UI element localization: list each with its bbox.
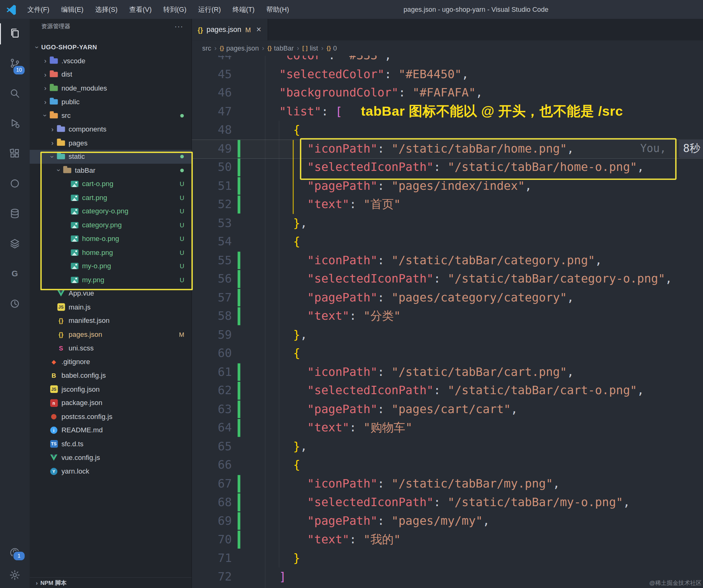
image-icon — [70, 262, 79, 271]
tree-file-manifest-json[interactable]: {}manifest.json — [29, 314, 191, 327]
activity-run-debug[interactable] — [0, 109, 29, 139]
menu-bar: 文件(F)编辑(E)选择(S)查看(V)转到(G)运行(R)终端(T)帮助(H) — [21, 0, 295, 19]
code-line-66[interactable]: 66 { — [191, 456, 703, 474]
tree-file-sfc-d-ts[interactable]: TSsfc.d.ts — [29, 437, 191, 451]
breadcrumb-item-list[interactable]: [ ]list — [302, 44, 318, 52]
tree-file-main-js[interactable]: JSmain.js — [29, 300, 191, 314]
tree-file-jsconfig-json[interactable]: JSjsconfig.json — [29, 382, 191, 396]
code-line-51[interactable]: 51 "pagePath": "pages/index/index", — [191, 176, 703, 195]
babel-icon: B — [49, 371, 58, 380]
breadcrumb-item-pages-json[interactable]: {}pages.json — [220, 44, 259, 52]
activity-remote[interactable] — [0, 169, 29, 199]
line-number: 47 — [191, 102, 232, 121]
tree-folder-tabbar[interactable]: ›tabBar — [29, 163, 191, 177]
code-line-57[interactable]: 57 "pagePath": "pages/category/category"… — [191, 288, 703, 307]
git-status-badge: U — [180, 194, 184, 201]
menu-item-1[interactable]: 编辑(E) — [55, 0, 89, 19]
code-line-62[interactable]: 62 "selectedIconPath": "/static/tabBar/c… — [191, 381, 703, 400]
tree-file-gitignore[interactable]: ◆.gitignore — [29, 355, 191, 369]
code-line-59[interactable]: 59 }, — [191, 325, 703, 344]
activity-extensions[interactable] — [0, 139, 29, 169]
tree-file-home-o-png[interactable]: home-o.pngU — [29, 232, 191, 246]
activity-explorer[interactable] — [0, 19, 29, 49]
code-line-67[interactable]: 67 "iconPath": "/static/tabBar/my.png", — [191, 474, 703, 493]
tree-file-category-o-png[interactable]: category-o.pngU — [29, 205, 191, 218]
tab-pages-json[interactable]: {} pages.json M × — [191, 19, 268, 40]
activity-source-control[interactable]: 10 — [0, 49, 29, 79]
code-line-65[interactable]: 65 }, — [191, 437, 703, 456]
code-line-69[interactable]: 69 "pagePath": "pages/my/my", — [191, 512, 703, 530]
tree-folder-components[interactable]: ›components — [29, 123, 191, 136]
breadcrumb-item-src[interactable]: src — [202, 44, 211, 52]
breadcrumb-label: src — [202, 44, 211, 52]
menu-item-2[interactable]: 选择(S) — [89, 0, 124, 19]
code-line-70[interactable]: 70 "text": "我的" — [191, 530, 703, 549]
code-line-44[interactable]: 44 "color": "#333", — [191, 56, 703, 65]
menu-item-4[interactable]: 转到(G) — [157, 0, 192, 19]
code-line-63[interactable]: 63 "pagePath": "pages/cart/cart", — [191, 400, 703, 418]
tree-folder-public[interactable]: ›public — [29, 95, 191, 109]
tree-file-cart-o-png[interactable]: cart-o.pngU — [29, 177, 191, 191]
tree-file-pages-json[interactable]: {}pages.jsonM — [29, 328, 191, 342]
breadcrumb-label: pages.json — [226, 44, 259, 52]
tree-folder-node-modules[interactable]: ›node_modules — [29, 82, 191, 95]
tree-file-yarn-lock[interactable]: Yyarn.lock — [29, 464, 191, 478]
search-icon — [9, 87, 21, 100]
activity-database[interactable] — [0, 199, 29, 229]
activity-account[interactable]: 1 — [0, 542, 29, 565]
code-line-60[interactable]: 60 { — [191, 344, 703, 363]
tree-file-category-png[interactable]: category.pngU — [29, 218, 191, 232]
close-icon[interactable]: × — [256, 25, 261, 35]
code-line-50[interactable]: 50 "selectedIconPath": "/static/tabBar/h… — [191, 158, 703, 176]
code-line-53[interactable]: 53 }, — [191, 214, 703, 232]
code-line-71[interactable]: 71 } — [191, 549, 703, 568]
code-line-55[interactable]: 55 "iconPath": "/static/tabBar/category.… — [191, 251, 703, 270]
tree-file-postcss-config-js[interactable]: postcss.config.js — [29, 410, 191, 423]
tree-file-babel-config-js[interactable]: Bbabel.config.js — [29, 369, 191, 382]
activity-gitlens[interactable]: G — [0, 259, 29, 289]
code-line-48[interactable]: 48 { — [191, 121, 703, 139]
tree-folder-static[interactable]: ›static — [29, 150, 191, 163]
activity-gear[interactable] — [0, 565, 29, 587]
tree-file-home-png[interactable]: home.pngU — [29, 246, 191, 259]
menu-item-3[interactable]: 查看(V) — [124, 0, 157, 19]
code-line-72[interactable]: 72 ] — [191, 568, 703, 586]
item-label: dist — [61, 70, 72, 78]
tree-folder-pages[interactable]: ›pages — [29, 136, 191, 150]
tree-file-my-png[interactable]: my.pngU — [29, 273, 191, 287]
tree-file-cart-png[interactable]: cart.pngU — [29, 191, 191, 204]
code-line-46[interactable]: 46 "backgroundColor": "#FAFAFA", — [191, 83, 703, 102]
activity-layers[interactable] — [0, 229, 29, 259]
code-line-54[interactable]: 54 { — [191, 232, 703, 251]
menu-item-5[interactable]: 运行(R) — [192, 0, 227, 19]
tree-folder-src[interactable]: ›src — [29, 109, 191, 123]
code-line-56[interactable]: 56 "selectedIconPath": "/static/tabBar/c… — [191, 270, 703, 288]
breadcrumb-item-0[interactable]: {}0 — [327, 44, 337, 52]
tree-file-uni-scss[interactable]: Suni.scss — [29, 342, 191, 355]
activity-timeline[interactable] — [0, 289, 29, 319]
item-label: pages — [69, 139, 87, 147]
code-line-68[interactable]: 68 "selectedIconPath": "/static/tabBar/m… — [191, 493, 703, 512]
npm-scripts-section[interactable]: › NPM 脚本 — [29, 578, 191, 588]
menu-item-6[interactable]: 终端(T) — [227, 0, 260, 19]
breadcrumb-item-tabbar[interactable]: {}tabBar — [267, 44, 294, 52]
menu-item-7[interactable]: 帮助(H) — [260, 0, 295, 19]
more-actions-icon[interactable]: ··· — [174, 22, 183, 31]
tree-file-package-json[interactable]: npackage.json — [29, 396, 191, 410]
code-line-52[interactable]: 52 "text": "首页" — [191, 195, 703, 214]
code-line-61[interactable]: 61 "iconPath": "/static/tabBar/cart.png"… — [191, 363, 703, 381]
code-line-45[interactable]: 45 "selectedColor": "#EB4450", — [191, 65, 703, 83]
tree-file-my-o-png[interactable]: my-o.pngU — [29, 259, 191, 273]
tree-folder-dist[interactable]: ›dist — [29, 68, 191, 81]
tree-file-vue-config-js[interactable]: vue.config.js — [29, 451, 191, 464]
tree-folder-ugo-shop-yarn[interactable]: ›UGO-SHOP-YARN — [29, 40, 191, 54]
tree-folder-vscode[interactable]: ›.vscode — [29, 54, 191, 68]
chevron-collapsed-icon: › — [41, 57, 49, 65]
menu-item-0[interactable]: 文件(F) — [21, 0, 55, 19]
tree-file-app-vue[interactable]: App.vue — [29, 287, 191, 300]
code-line-58[interactable]: 58 "text": "分类" — [191, 307, 703, 325]
activity-search[interactable] — [0, 79, 29, 109]
code-line-64[interactable]: 64 "text": "购物车" — [191, 418, 703, 437]
code-line-49[interactable]: 49 "iconPath": "/static/tabBar/home.png"… — [191, 139, 703, 158]
tree-file-readme-md[interactable]: iREADME.md — [29, 423, 191, 437]
